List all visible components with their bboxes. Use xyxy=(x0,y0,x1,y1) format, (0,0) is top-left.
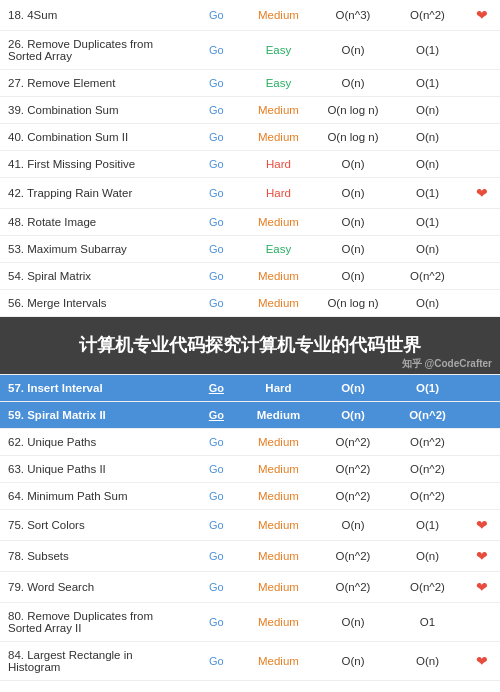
space-complexity: O(n^2) xyxy=(390,429,465,456)
go-link[interactable]: Go xyxy=(209,655,224,667)
difficulty-cell: Hard xyxy=(241,178,316,209)
time-complexity: O(n) xyxy=(316,681,391,692)
time-complexity: O(n) xyxy=(316,402,391,429)
problem-name: 88. Merge Sorted Array xyxy=(0,681,192,692)
go-link-cell[interactable]: Go xyxy=(192,70,242,97)
heart-icon: ❤ xyxy=(476,688,488,692)
space-complexity: O(n^2) xyxy=(390,483,465,510)
difficulty-label: Medium xyxy=(258,270,299,282)
problem-name: 63. Unique Paths II xyxy=(0,456,192,483)
space-complexity: O(1) xyxy=(390,510,465,541)
go-link[interactable]: Go xyxy=(209,550,224,562)
space-complexity: O(n) xyxy=(390,290,465,317)
heart-icon: ❤ xyxy=(476,185,488,201)
go-link-cell[interactable]: Go xyxy=(192,97,242,124)
time-complexity: O(n) xyxy=(316,603,391,642)
table-row: 26. Remove Duplicates from Sorted Array … xyxy=(0,31,500,70)
go-link-cell[interactable]: Go xyxy=(192,572,242,603)
go-link-cell[interactable]: Go xyxy=(192,209,242,236)
go-link-cell[interactable]: Go xyxy=(192,31,242,70)
space-complexity: O(n^2) xyxy=(390,402,465,429)
difficulty-label: Medium xyxy=(258,519,299,531)
table-row: 59. Spiral Matrix II Go Medium O(n) O(n^… xyxy=(0,402,500,429)
go-link-cell[interactable]: Go xyxy=(192,483,242,510)
favorite-cell xyxy=(465,151,500,178)
go-link-cell[interactable]: Go xyxy=(192,681,242,692)
time-complexity: O(n) xyxy=(316,178,391,209)
difficulty-label: Medium xyxy=(258,550,299,562)
table-row: 63. Unique Paths II Go Medium O(n^2) O(n… xyxy=(0,456,500,483)
go-link[interactable]: Go xyxy=(209,270,224,282)
go-link[interactable]: Go xyxy=(209,490,224,502)
go-link-cell[interactable]: Go xyxy=(192,0,242,31)
go-link[interactable]: Go xyxy=(209,581,224,593)
difficulty-cell: Easy xyxy=(241,70,316,97)
difficulty-label: Medium xyxy=(258,655,299,667)
table-row: 40. Combination Sum II Go Medium O(n log… xyxy=(0,124,500,151)
go-link[interactable]: Go xyxy=(209,9,224,21)
go-link[interactable]: Go xyxy=(209,158,224,170)
difficulty-label: Easy xyxy=(266,44,292,56)
go-link-cell[interactable]: Go xyxy=(192,178,242,209)
go-link-cell[interactable]: Go xyxy=(192,124,242,151)
time-complexity: O(n) xyxy=(316,209,391,236)
go-link[interactable]: Go xyxy=(209,243,224,255)
difficulty-cell: Medium xyxy=(241,290,316,317)
favorite-cell: ❤ xyxy=(465,0,500,31)
difficulty-label: Medium xyxy=(258,104,299,116)
difficulty-label: Easy xyxy=(266,243,292,255)
go-link[interactable]: Go xyxy=(209,436,224,448)
go-link-cell[interactable]: Go xyxy=(192,263,242,290)
problem-name: 80. Remove Duplicates from Sorted Array … xyxy=(0,603,192,642)
time-complexity: O(n^2) xyxy=(316,483,391,510)
go-link[interactable]: Go xyxy=(209,187,224,199)
go-link[interactable]: Go xyxy=(209,104,224,116)
go-link[interactable]: Go xyxy=(209,297,224,309)
favorite-cell xyxy=(465,124,500,151)
go-link-cell[interactable]: Go xyxy=(192,541,242,572)
difficulty-label: Medium xyxy=(258,216,299,228)
go-link[interactable]: Go xyxy=(209,409,224,421)
time-complexity: O(n log n) xyxy=(316,290,391,317)
favorite-cell: ❤ xyxy=(465,541,500,572)
go-link-cell[interactable]: Go xyxy=(192,642,242,681)
difficulty-cell: Medium xyxy=(241,209,316,236)
go-link-cell[interactable]: Go xyxy=(192,236,242,263)
go-link[interactable]: Go xyxy=(209,382,224,394)
go-link-cell[interactable]: Go xyxy=(192,510,242,541)
problem-name: 26. Remove Duplicates from Sorted Array xyxy=(0,31,192,70)
go-link-cell[interactable]: Go xyxy=(192,151,242,178)
favorite-cell xyxy=(465,209,500,236)
table-row: 39. Combination Sum Go Medium O(n log n)… xyxy=(0,97,500,124)
go-link[interactable]: Go xyxy=(209,77,224,89)
favorite-cell: ❤ xyxy=(465,681,500,692)
time-complexity: O(n) xyxy=(316,70,391,97)
favorite-cell: ❤ xyxy=(465,642,500,681)
go-link[interactable]: Go xyxy=(209,44,224,56)
problem-name: 62. Unique Paths xyxy=(0,429,192,456)
favorite-cell xyxy=(465,375,500,402)
go-link-cell[interactable]: Go xyxy=(192,456,242,483)
go-link[interactable]: Go xyxy=(209,519,224,531)
difficulty-cell: Medium xyxy=(241,124,316,151)
go-link[interactable]: Go xyxy=(209,616,224,628)
go-link-cell[interactable]: Go xyxy=(192,375,242,402)
table-row: 41. First Missing Positive Go Hard O(n) … xyxy=(0,151,500,178)
go-link-cell[interactable]: Go xyxy=(192,290,242,317)
difficulty-cell: Medium xyxy=(241,97,316,124)
difficulty-label: Hard xyxy=(265,382,291,394)
heart-icon: ❤ xyxy=(476,579,488,595)
go-link[interactable]: Go xyxy=(209,463,224,475)
time-complexity: O(n^2) xyxy=(316,541,391,572)
overlay-banner-row: 计算机专业代码探究计算机专业的代码世界 知乎 @CodeCrafter xyxy=(0,317,500,375)
difficulty-cell: Easy xyxy=(241,236,316,263)
time-complexity: O(n) xyxy=(316,31,391,70)
go-link-cell[interactable]: Go xyxy=(192,402,242,429)
go-link-cell[interactable]: Go xyxy=(192,429,242,456)
go-link[interactable]: Go xyxy=(209,216,224,228)
space-complexity: O(1) xyxy=(390,681,465,692)
go-link[interactable]: Go xyxy=(209,131,224,143)
table-row: 53. Maximum Subarray Go Easy O(n) O(n) xyxy=(0,236,500,263)
problem-name: 54. Spiral Matrix xyxy=(0,263,192,290)
go-link-cell[interactable]: Go xyxy=(192,603,242,642)
